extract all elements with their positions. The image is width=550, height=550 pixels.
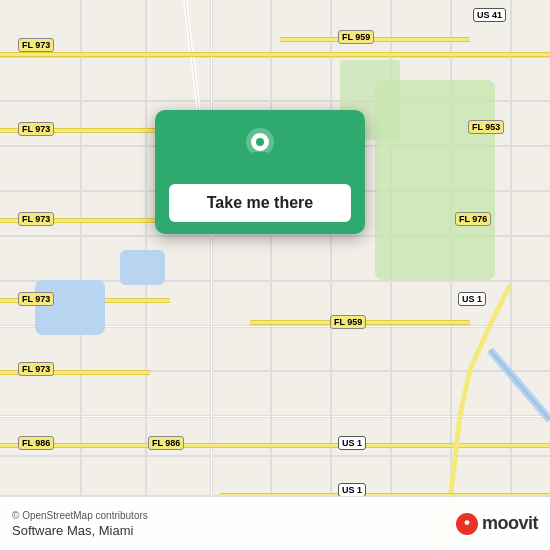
take-me-there-button[interactable]: Take me there (169, 184, 351, 222)
moovit-label: moovit (482, 513, 538, 534)
badge-fl976: FL 976 (455, 212, 491, 226)
badge-fl953: FL 953 (468, 120, 504, 134)
badge-fl973-1: FL 973 (18, 38, 54, 52)
location-pin-icon (238, 124, 282, 168)
road (330, 0, 332, 550)
road (0, 415, 550, 418)
badge-fl959-1: FL 959 (338, 30, 374, 44)
badge-us41: US 41 (473, 8, 506, 22)
moovit-icon (456, 513, 478, 535)
lake-1 (35, 280, 105, 335)
badge-us1-1: US 1 (458, 292, 486, 306)
badge-fl959-2: FL 959 (330, 315, 366, 329)
badge-fl973-2: FL 973 (18, 122, 54, 136)
badge-fl973-3: FL 973 (18, 212, 54, 226)
osm-attribution: © OpenStreetMap contributors (12, 510, 148, 521)
svg-marker-7 (252, 152, 268, 168)
badge-fl973-4: FL 973 (18, 292, 54, 306)
app-name-city: Software Mas, Miami (12, 523, 148, 538)
moovit-logo: moovit (456, 513, 538, 535)
road (510, 0, 512, 550)
road (210, 0, 213, 550)
popup-card: Take me there (155, 110, 365, 234)
svg-point-9 (465, 520, 470, 525)
road (0, 455, 550, 457)
highway-fl986 (0, 443, 550, 448)
svg-marker-10 (464, 526, 470, 530)
highway-fl959-1 (280, 37, 470, 42)
highway-fl973-1 (0, 52, 550, 57)
road (80, 0, 82, 550)
bottom-bar: © OpenStreetMap contributors Software Ma… (0, 496, 550, 550)
badge-fl986-1: FL 986 (18, 436, 54, 450)
svg-point-6 (256, 138, 264, 146)
road (270, 0, 272, 550)
map-container: FL 973 FL 973 FL 973 FL 973 FL 973 FL 98… (0, 0, 550, 550)
lake-2 (120, 250, 165, 285)
badge-fl973-5: FL 973 (18, 362, 54, 376)
badge-us1-2: US 1 (338, 436, 366, 450)
badge-fl986-2: FL 986 (148, 436, 184, 450)
badge-us1-3: US 1 (338, 483, 366, 497)
